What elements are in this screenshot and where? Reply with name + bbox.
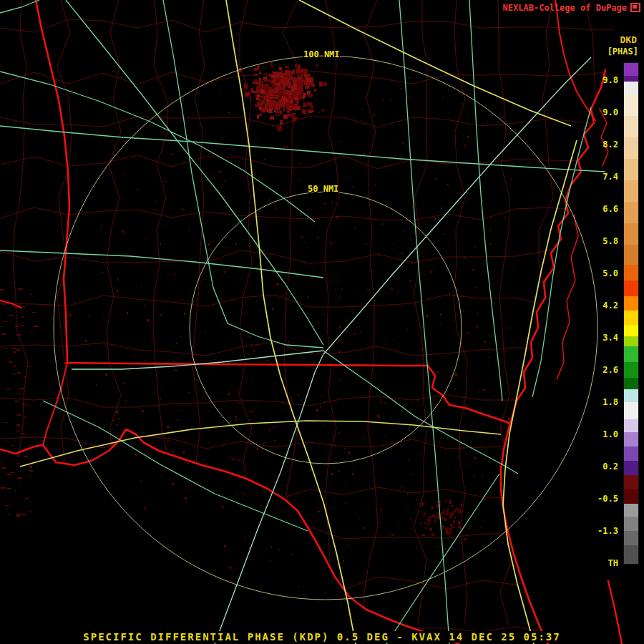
colorbar-segment [624, 137, 638, 159]
colorbar-segment [624, 362, 638, 378]
colorbar-segment [624, 336, 638, 346]
colorbar-segment [624, 202, 638, 223]
colorbar-tick-label: 6.6 [602, 203, 618, 215]
ring-label-100nmi: 100 NMI [303, 49, 340, 59]
highway [399, 0, 449, 644]
ga-fl-border [66, 363, 511, 424]
interstate-16 [299, 0, 571, 126]
colorbar-segment [624, 531, 638, 545]
colorbar-tick-label: 2.6 [602, 364, 618, 376]
ring-label-50nmi: 50 NMI [308, 184, 338, 194]
colorbar-tick-label: 8.2 [602, 139, 618, 150]
colorbar-tick-label: -1.3 [597, 525, 618, 537]
apalachicola-river [43, 363, 67, 445]
product-tag: [PHAS] [608, 47, 638, 57]
brand-text: NEXLAB-College of DuPage [503, 3, 627, 13]
colorbar-tick-label: 5.0 [602, 268, 618, 279]
colorbar-segment [624, 545, 638, 564]
colorbar-threshold-label: TH [608, 557, 618, 569]
colorbar-segment [624, 311, 638, 325]
radar-map: 100 NMI 50 NMI [0, 0, 644, 644]
colorbar-tick-label: 1.0 [602, 429, 618, 440]
cod-logo-icon [630, 3, 640, 12]
colorbar-tick-label: 0.2 [602, 461, 618, 472]
colorbar-segment [624, 159, 638, 180]
colorbar-tick-label: 9.0 [602, 107, 618, 118]
colorbar-tick-label: -0.5 [597, 493, 618, 504]
colorbar-segment [624, 489, 638, 504]
colorbar [624, 63, 638, 564]
product-caption: SPECIFIC DIFFERENTIAL PHASE (KDP) 0.5 DE… [79, 631, 565, 643]
colorbar-segment [624, 378, 638, 389]
colorbar-segment [624, 180, 638, 202]
colorbar-segment [624, 389, 638, 402]
colorbar-segment [624, 223, 638, 245]
colorbar-segment [624, 461, 638, 475]
colorbar-segment [624, 419, 638, 432]
colorbar-segment [624, 346, 638, 362]
colorbar-tick-label: 3.4 [602, 332, 618, 343]
colorbar-segment [624, 245, 638, 265]
colorbar-segment [624, 447, 638, 461]
colorbar-segment [624, 517, 638, 531]
colorbar-segment [624, 504, 638, 517]
ocean-mask [0, 0, 644, 644]
colorbar-segment [624, 432, 638, 447]
colorbar-segment [624, 402, 638, 419]
colorbar-segment [624, 296, 638, 311]
atlantic-ocean [501, 0, 644, 644]
highway [0, 126, 605, 172]
highway [66, 0, 323, 345]
colorbar-tick-label: 7.4 [602, 171, 618, 182]
radar-viewer: 100 NMI 50 NMI NEXLAB-College of DuPage … [0, 0, 644, 644]
colorbar-segment [624, 82, 638, 94]
colorbar-segment [624, 325, 638, 336]
colorbar-tick-label: 1.8 [602, 396, 618, 408]
highway [72, 351, 323, 369]
colorbar-segment [624, 280, 638, 296]
colorbar-tick-label: 9.8 [602, 74, 618, 86]
colorbar-segment [624, 94, 638, 116]
savannah-river [555, 0, 595, 120]
product-code: DKD [620, 34, 637, 45]
colorbar-segment [624, 116, 638, 137]
colorbar-tick-label: 4.2 [602, 300, 618, 311]
gulf-of-mexico [0, 429, 459, 644]
colorbar-segment [624, 475, 638, 489]
highway [0, 0, 39, 13]
highway [386, 474, 499, 644]
colorbar-segment [624, 63, 638, 76]
colorbar-segment [624, 265, 638, 280]
colorbar-tick-label: 5.8 [602, 235, 618, 247]
colorbar-segment [624, 76, 638, 82]
